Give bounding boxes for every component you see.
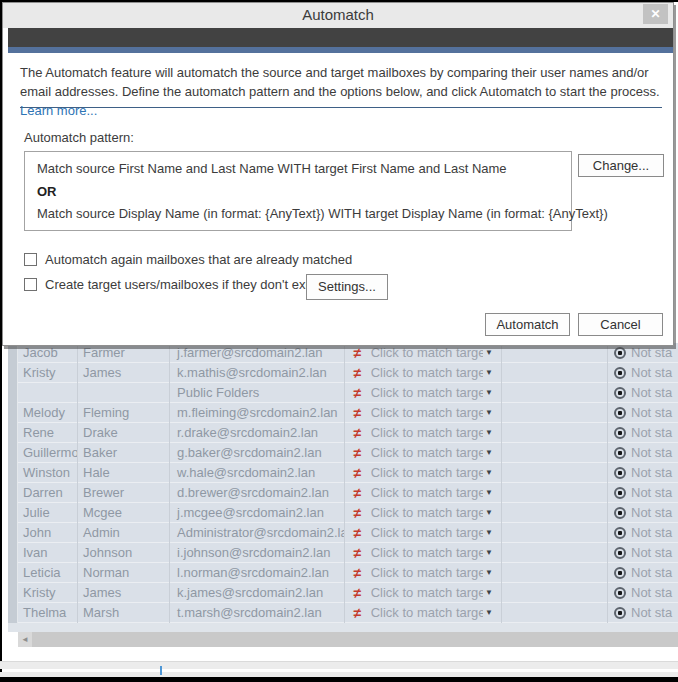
automatch-again-checkbox[interactable] xyxy=(24,253,37,266)
chevron-down-icon[interactable]: ▼ xyxy=(485,549,493,557)
table-row[interactable]: Public Folders ≠ Click to match target ▼… xyxy=(8,383,678,403)
intro-text-body: The Automatch feature will automatch the… xyxy=(20,65,660,99)
match-target-cell[interactable]: ≠ Click to match target ▼ xyxy=(345,603,502,623)
table-row[interactable]: John Admin Administrator@srcdomain2.lan … xyxy=(8,523,678,543)
chevron-down-icon[interactable]: ▼ xyxy=(485,609,493,617)
chevron-down-icon[interactable]: ▼ xyxy=(485,469,493,477)
row-selector[interactable] xyxy=(8,563,18,583)
first-name-cell: Julie xyxy=(18,503,78,523)
click-to-match-label[interactable]: Click to match target xyxy=(371,583,483,603)
row-selector[interactable] xyxy=(8,523,18,543)
settings-button[interactable]: Settings... xyxy=(306,274,388,300)
automatch-again-option[interactable]: Automatch again mailboxes that are alrea… xyxy=(24,252,352,267)
click-to-match-label[interactable]: Click to match target xyxy=(371,523,483,543)
not-started-icon xyxy=(614,507,626,519)
chevron-down-icon[interactable]: ▼ xyxy=(485,369,493,377)
table-row[interactable]: Kristy James k.james@srcdomain2.lan ≠ Cl… xyxy=(8,583,678,603)
table-row[interactable]: Ivan Johnson i.johnson@srcdomain2.lan ≠ … xyxy=(8,543,678,563)
chevron-down-icon[interactable]: ▼ xyxy=(485,509,493,517)
row-selector[interactable] xyxy=(8,503,18,523)
status-cell: Not sta xyxy=(608,503,678,523)
status-cell: Not sta xyxy=(608,483,678,503)
row-selector[interactable] xyxy=(8,423,18,443)
chevron-down-icon[interactable]: ▼ xyxy=(485,569,493,577)
table-row[interactable]: Jacob Farmer j.farmer@srcdomain2.lan ≠ C… xyxy=(8,343,678,363)
chevron-down-icon[interactable]: ▼ xyxy=(485,529,493,537)
row-selector[interactable] xyxy=(8,443,18,463)
match-target-cell[interactable]: ≠ Click to match target ▼ xyxy=(345,563,502,583)
click-to-match-label[interactable]: Click to match target xyxy=(371,543,483,563)
click-to-match-label[interactable]: Click to match target xyxy=(371,423,483,443)
click-to-match-label[interactable]: Click to match target xyxy=(371,503,483,523)
splitter-handle[interactable] xyxy=(160,666,162,675)
click-to-match-label[interactable]: Click to match target xyxy=(371,383,483,403)
click-to-match-label[interactable]: Click to match target xyxy=(371,343,483,363)
table-row[interactable]: Darren Brewer d.brewer@srcdomain2.lan ≠ … xyxy=(8,483,678,503)
table-row[interactable]: Rene Drake r.drake@srcdomain2.lan ≠ Clic… xyxy=(8,423,678,443)
automatch-button[interactable]: Automatch xyxy=(485,313,570,336)
row-selector[interactable] xyxy=(8,583,18,603)
match-target-cell[interactable]: ≠ Click to match target ▼ xyxy=(345,363,502,383)
cancel-button[interactable]: Cancel xyxy=(578,313,663,336)
table-row[interactable]: Winston Hale w.hale@srcdomain2.lan ≠ Cli… xyxy=(8,463,678,483)
match-target-cell[interactable]: ≠ Click to match target ▼ xyxy=(345,383,502,403)
chevron-down-icon[interactable]: ▼ xyxy=(485,489,493,497)
row-selector[interactable] xyxy=(8,343,18,363)
match-target-cell[interactable]: ≠ Click to match target ▼ xyxy=(345,343,502,363)
dialog-titlebar[interactable]: Automatch ✕ xyxy=(3,3,673,28)
click-to-match-label[interactable]: Click to match target xyxy=(371,363,483,383)
click-to-match-label[interactable]: Click to match target xyxy=(371,403,483,423)
chevron-down-icon[interactable]: ▼ xyxy=(485,589,493,597)
row-selector[interactable] xyxy=(8,403,18,423)
last-name-cell: Drake xyxy=(78,423,170,443)
not-equal-icon: ≠ xyxy=(353,366,361,380)
create-target-option[interactable]: Create target users/mailboxes if they do… xyxy=(24,277,318,292)
row-selector[interactable] xyxy=(8,603,18,623)
scroll-left-icon[interactable]: ◄ xyxy=(18,632,32,647)
chevron-down-icon[interactable]: ▼ xyxy=(485,429,493,437)
chevron-down-icon[interactable]: ▼ xyxy=(485,389,493,397)
create-target-checkbox[interactable] xyxy=(24,278,37,291)
match-target-cell[interactable]: ≠ Click to match target ▼ xyxy=(345,483,502,503)
row-selector[interactable] xyxy=(8,483,18,503)
first-name-cell: Winston xyxy=(18,463,78,483)
match-target-cell[interactable]: ≠ Click to match target ▼ xyxy=(345,543,502,563)
target-mailbox-cell xyxy=(502,403,608,423)
target-mailbox-cell xyxy=(502,443,608,463)
match-target-cell[interactable]: ≠ Click to match target ▼ xyxy=(345,583,502,603)
click-to-match-label[interactable]: Click to match target xyxy=(371,483,483,503)
table-row[interactable]: Leticia Norman l.norman@srcdomain2.lan ≠… xyxy=(8,563,678,583)
click-to-match-label[interactable]: Click to match target xyxy=(371,563,483,583)
row-selector[interactable] xyxy=(8,543,18,563)
status-cell: Not sta xyxy=(608,543,678,563)
not-started-icon xyxy=(614,487,626,499)
row-selector[interactable] xyxy=(8,463,18,483)
not-started-icon xyxy=(614,347,626,359)
table-row[interactable]: Julie Mcgee j.mcgee@srcdomain2.lan ≠ Cli… xyxy=(8,503,678,523)
table-row[interactable]: Kristy James k.mathis@srcdomain2.lan ≠ C… xyxy=(8,363,678,383)
match-target-cell[interactable]: ≠ Click to match target ▼ xyxy=(345,523,502,543)
learn-more-link[interactable]: Learn more... xyxy=(20,103,97,118)
first-name-cell: Leticia xyxy=(18,563,78,583)
row-selector[interactable] xyxy=(8,383,18,403)
not-started-icon xyxy=(614,447,626,459)
close-icon[interactable]: ✕ xyxy=(643,4,668,24)
table-row[interactable]: Melody Fleming m.fleiming@srcdomain2.lan… xyxy=(8,403,678,423)
row-selector[interactable] xyxy=(8,363,18,383)
not-equal-icon: ≠ xyxy=(353,466,361,480)
match-target-cell[interactable]: ≠ Click to match target ▼ xyxy=(345,423,502,443)
change-button[interactable]: Change... xyxy=(578,154,664,177)
table-row[interactable]: Thelma Marsh t.marsh@srcdomain2.lan ≠ Cl… xyxy=(8,603,678,623)
match-target-cell[interactable]: ≠ Click to match target ▼ xyxy=(345,443,502,463)
table-row[interactable]: Guillermo Baker g.baker@srcdomain2.lan ≠… xyxy=(8,443,678,463)
chevron-down-icon[interactable]: ▼ xyxy=(485,409,493,417)
chevron-down-icon[interactable]: ▼ xyxy=(485,449,493,457)
click-to-match-label[interactable]: Click to match target xyxy=(371,443,483,463)
click-to-match-label[interactable]: Click to match target xyxy=(371,463,483,483)
match-target-cell[interactable]: ≠ Click to match target ▼ xyxy=(345,503,502,523)
click-to-match-label[interactable]: Click to match target xyxy=(371,603,483,623)
chevron-down-icon[interactable]: ▼ xyxy=(485,349,493,357)
match-target-cell[interactable]: ≠ Click to match target ▼ xyxy=(345,403,502,423)
horizontal-scrollbar[interactable]: ◄ xyxy=(18,632,678,647)
match-target-cell[interactable]: ≠ Click to match target ▼ xyxy=(345,463,502,483)
